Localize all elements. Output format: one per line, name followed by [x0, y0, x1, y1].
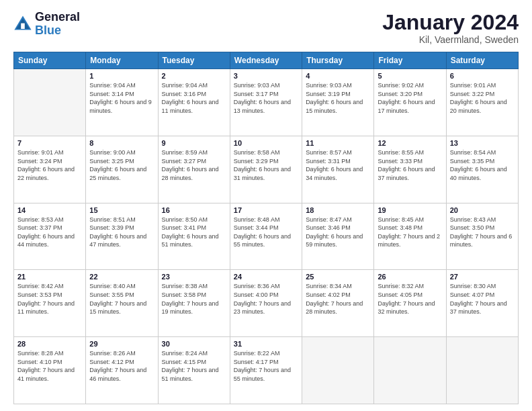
calendar-cell: 3 Sunrise: 9:03 AM Sunset: 3:17 PM Dayli…: [230, 69, 302, 136]
calendar-cell: 16 Sunrise: 8:50 AM Sunset: 3:41 PM Dayl…: [158, 203, 230, 270]
subtitle: Kil, Vaermland, Sweden: [382, 34, 519, 45]
day-number: 3: [234, 72, 298, 80]
day-info: Sunrise: 8:47 AM Sunset: 3:46 PM Dayligh…: [306, 216, 370, 249]
calendar-table: SundayMondayTuesdayWednesdayThursdayFrid…: [13, 52, 519, 404]
main-title: January 2024: [382, 11, 519, 34]
calendar-cell: 4 Sunrise: 9:03 AM Sunset: 3:19 PM Dayli…: [302, 69, 374, 136]
day-info: Sunrise: 9:02 AM Sunset: 3:20 PM Dayligh…: [378, 81, 442, 115]
calendar-cell: 7 Sunrise: 9:01 AM Sunset: 3:24 PM Dayli…: [14, 136, 86, 203]
day-info: Sunrise: 8:59 AM Sunset: 3:27 PM Dayligh…: [162, 148, 226, 182]
day-number: 14: [17, 206, 82, 214]
day-number: 2: [162, 72, 226, 80]
day-info: Sunrise: 8:42 AM Sunset: 3:53 PM Dayligh…: [17, 282, 82, 316]
day-number: 21: [17, 273, 82, 281]
day-info: Sunrise: 8:54 AM Sunset: 3:35 PM Dayligh…: [450, 148, 515, 182]
calendar-cell: 14 Sunrise: 8:53 AM Sunset: 3:37 PM Dayl…: [14, 203, 86, 270]
day-info: Sunrise: 8:30 AM Sunset: 4:07 PM Dayligh…: [450, 282, 515, 316]
day-info: Sunrise: 8:53 AM Sunset: 3:37 PM Dayligh…: [17, 216, 82, 249]
day-number: 24: [234, 273, 298, 281]
page: General Blue January 2024 Kil, Vaermland…: [0, 0, 532, 411]
calendar-week-2: 7 Sunrise: 9:01 AM Sunset: 3:24 PM Dayli…: [14, 136, 519, 203]
calendar-cell: 9 Sunrise: 8:59 AM Sunset: 3:27 PM Dayli…: [158, 136, 230, 203]
day-number: 30: [162, 340, 226, 348]
calendar-cell: 28 Sunrise: 8:28 AM Sunset: 4:10 PM Dayl…: [14, 337, 86, 404]
day-header-monday: Monday: [86, 52, 158, 69]
day-info: Sunrise: 8:24 AM Sunset: 4:15 PM Dayligh…: [162, 349, 226, 383]
logo-icon: [13, 15, 32, 34]
day-number: 18: [306, 206, 370, 214]
day-number: 15: [89, 206, 154, 214]
calendar-cell: 11 Sunrise: 8:57 AM Sunset: 3:31 PM Dayl…: [302, 136, 374, 203]
day-number: 13: [450, 139, 515, 147]
calendar-cell: 10 Sunrise: 8:58 AM Sunset: 3:29 PM Dayl…: [230, 136, 302, 203]
day-number: 26: [378, 273, 442, 281]
calendar-cell: 21 Sunrise: 8:42 AM Sunset: 3:53 PM Dayl…: [14, 270, 86, 337]
calendar-cell: [446, 337, 518, 404]
day-number: 31: [234, 340, 298, 348]
day-info: Sunrise: 8:58 AM Sunset: 3:29 PM Dayligh…: [234, 148, 298, 182]
calendar-cell: [14, 69, 86, 136]
calendar-cell: 12 Sunrise: 8:55 AM Sunset: 3:33 PM Dayl…: [374, 136, 446, 203]
calendar-cell: 15 Sunrise: 8:51 AM Sunset: 3:39 PM Dayl…: [86, 203, 158, 270]
day-info: Sunrise: 8:50 AM Sunset: 3:41 PM Dayligh…: [162, 216, 226, 249]
calendar-week-4: 21 Sunrise: 8:42 AM Sunset: 3:53 PM Dayl…: [14, 270, 519, 337]
day-info: Sunrise: 8:36 AM Sunset: 4:00 PM Dayligh…: [234, 282, 298, 316]
day-number: 20: [450, 206, 515, 214]
day-info: Sunrise: 8:32 AM Sunset: 4:05 PM Dayligh…: [378, 282, 442, 316]
calendar-cell: 26 Sunrise: 8:32 AM Sunset: 4:05 PM Dayl…: [374, 270, 446, 337]
calendar-cell: 29 Sunrise: 8:26 AM Sunset: 4:12 PM Dayl…: [86, 337, 158, 404]
day-info: Sunrise: 8:34 AM Sunset: 4:02 PM Dayligh…: [306, 282, 370, 316]
calendar-cell: 1 Sunrise: 9:04 AM Sunset: 3:14 PM Dayli…: [86, 69, 158, 136]
day-info: Sunrise: 8:57 AM Sunset: 3:31 PM Dayligh…: [306, 148, 370, 182]
calendar-header-row: SundayMondayTuesdayWednesdayThursdayFrid…: [14, 52, 519, 69]
day-number: 7: [17, 139, 82, 147]
day-number: 1: [89, 72, 154, 80]
day-header-thursday: Thursday: [302, 52, 374, 69]
calendar-cell: 13 Sunrise: 8:54 AM Sunset: 3:35 PM Dayl…: [446, 136, 518, 203]
day-number: 22: [89, 273, 154, 281]
day-header-friday: Friday: [374, 52, 446, 69]
day-number: 10: [234, 139, 298, 147]
day-number: 11: [306, 139, 370, 147]
calendar-cell: 6 Sunrise: 9:01 AM Sunset: 3:22 PM Dayli…: [446, 69, 518, 136]
calendar-cell: 5 Sunrise: 9:02 AM Sunset: 3:20 PM Dayli…: [374, 69, 446, 136]
calendar-cell: 18 Sunrise: 8:47 AM Sunset: 3:46 PM Dayl…: [302, 203, 374, 270]
day-info: Sunrise: 8:51 AM Sunset: 3:39 PM Dayligh…: [89, 216, 154, 249]
day-info: Sunrise: 8:48 AM Sunset: 3:44 PM Dayligh…: [234, 216, 298, 249]
day-number: 29: [89, 340, 154, 348]
day-info: Sunrise: 8:28 AM Sunset: 4:10 PM Dayligh…: [17, 349, 82, 383]
day-number: 25: [306, 273, 370, 281]
logo: General Blue: [13, 11, 80, 38]
day-number: 17: [234, 206, 298, 214]
day-info: Sunrise: 8:38 AM Sunset: 3:58 PM Dayligh…: [162, 282, 226, 316]
calendar-cell: 17 Sunrise: 8:48 AM Sunset: 3:44 PM Dayl…: [230, 203, 302, 270]
day-info: Sunrise: 9:04 AM Sunset: 3:14 PM Dayligh…: [89, 81, 154, 115]
calendar-cell: 25 Sunrise: 8:34 AM Sunset: 4:02 PM Dayl…: [302, 270, 374, 337]
calendar-cell: 23 Sunrise: 8:38 AM Sunset: 3:58 PM Dayl…: [158, 270, 230, 337]
day-info: Sunrise: 9:01 AM Sunset: 3:24 PM Dayligh…: [17, 148, 82, 182]
day-info: Sunrise: 9:04 AM Sunset: 3:16 PM Dayligh…: [162, 81, 226, 115]
day-info: Sunrise: 8:45 AM Sunset: 3:48 PM Dayligh…: [378, 216, 442, 249]
calendar-week-1: 1 Sunrise: 9:04 AM Sunset: 3:14 PM Dayli…: [14, 69, 519, 136]
day-number: 19: [378, 206, 442, 214]
calendar-cell: 2 Sunrise: 9:04 AM Sunset: 3:16 PM Dayli…: [158, 69, 230, 136]
day-header-wednesday: Wednesday: [230, 52, 302, 69]
day-number: 23: [162, 273, 226, 281]
day-info: Sunrise: 8:26 AM Sunset: 4:12 PM Dayligh…: [89, 349, 154, 383]
logo-text: General Blue: [35, 11, 80, 38]
day-info: Sunrise: 9:01 AM Sunset: 3:22 PM Dayligh…: [450, 81, 515, 115]
header: General Blue January 2024 Kil, Vaermland…: [13, 11, 519, 45]
day-header-saturday: Saturday: [446, 52, 518, 69]
day-number: 16: [162, 206, 226, 214]
calendar-cell: 30 Sunrise: 8:24 AM Sunset: 4:15 PM Dayl…: [158, 337, 230, 404]
calendar-cell: [302, 337, 374, 404]
day-header-sunday: Sunday: [14, 52, 86, 69]
calendar-cell: [374, 337, 446, 404]
day-info: Sunrise: 8:22 AM Sunset: 4:17 PM Dayligh…: [234, 349, 298, 383]
day-info: Sunrise: 9:03 AM Sunset: 3:17 PM Dayligh…: [234, 81, 298, 115]
calendar-cell: 24 Sunrise: 8:36 AM Sunset: 4:00 PM Dayl…: [230, 270, 302, 337]
title-area: January 2024 Kil, Vaermland, Sweden: [382, 11, 519, 45]
calendar-cell: 19 Sunrise: 8:45 AM Sunset: 3:48 PM Dayl…: [374, 203, 446, 270]
calendar-cell: 8 Sunrise: 9:00 AM Sunset: 3:25 PM Dayli…: [86, 136, 158, 203]
day-info: Sunrise: 9:03 AM Sunset: 3:19 PM Dayligh…: [306, 81, 370, 115]
